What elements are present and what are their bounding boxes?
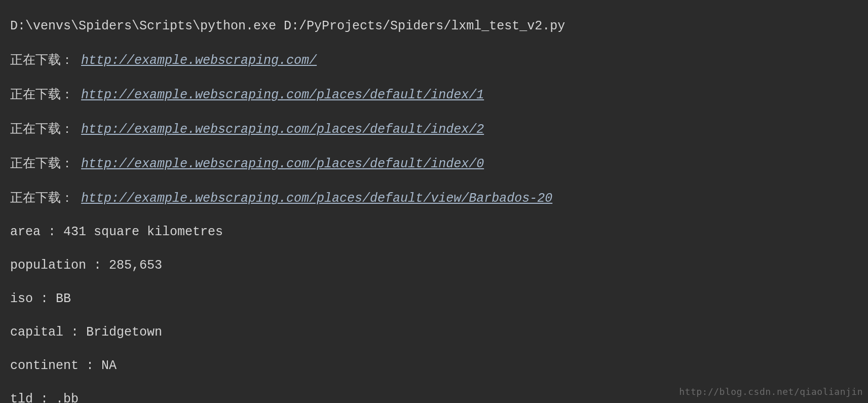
field-tld: tld : .bb [10,391,868,403]
download-prefix: 正在下载： [10,121,73,136]
download-url[interactable]: http://example.webscraping.com/ [81,53,317,68]
download-line-1: 正在下载： http://example.webscraping.com/pla… [10,86,868,103]
field-iso: iso : BB [10,290,868,307]
download-prefix: 正在下载： [10,190,73,205]
command-line: D:\venvs\Spiders\Scripts\python.exe D:/P… [10,18,868,34]
download-line-3: 正在下载： http://example.webscraping.com/pla… [10,155,868,172]
download-url[interactable]: http://example.webscraping.com/places/de… [81,157,484,171]
download-url[interactable]: http://example.webscraping.com/places/de… [81,191,552,206]
field-continent: continent : NA [10,357,868,374]
download-url[interactable]: http://example.webscraping.com/places/de… [81,122,484,137]
download-prefix: 正在下载： [10,52,73,67]
download-line-2: 正在下载： http://example.webscraping.com/pla… [10,120,868,138]
download-prefix: 正在下载： [10,156,73,170]
field-area: area : 431 square kilometres [10,224,868,240]
field-population: population : 285,653 [10,257,868,274]
download-prefix: 正在下载： [10,87,73,101]
download-line-4: 正在下载： http://example.webscraping.com/pla… [10,189,868,207]
console-output: D:\venvs\Spiders\Scripts\python.exe D:/P… [0,0,868,403]
download-line-0: 正在下载： http://example.webscraping.com/ [10,51,868,69]
download-url[interactable]: http://example.webscraping.com/places/de… [81,88,484,102]
field-capital: capital : Bridgetown [10,324,868,341]
